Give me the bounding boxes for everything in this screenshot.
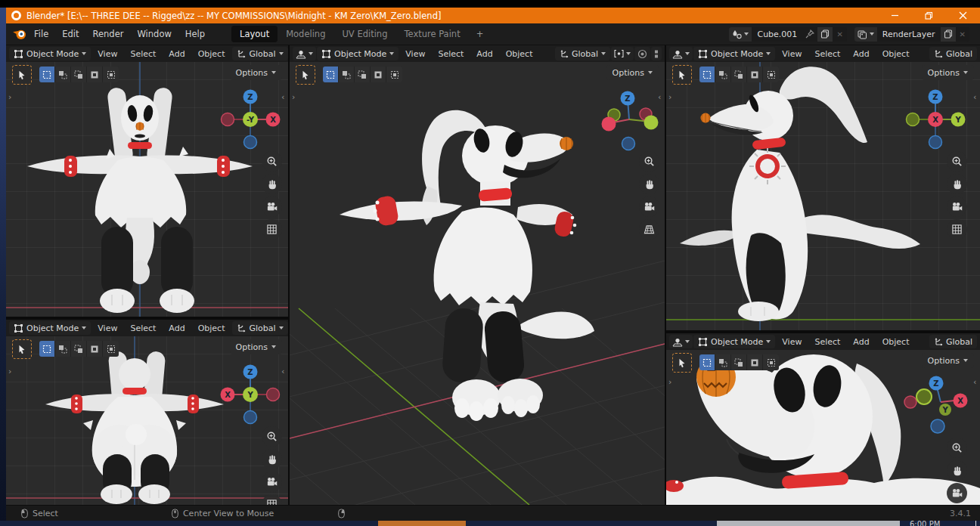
menu-object[interactable]: Object [876, 49, 916, 59]
minimize-button[interactable] [878, 8, 912, 23]
scene-name-field[interactable]: Cube.001 [752, 29, 802, 39]
viewport-side[interactable]: Object Mode View Select Add Object Globa… [666, 45, 980, 330]
pin-icon[interactable] [802, 29, 817, 39]
menu-edit[interactable]: Edit [55, 29, 85, 39]
tweak-tool-button[interactable] [12, 65, 32, 85]
pan-button[interactable] [947, 174, 967, 194]
select-mode-extend[interactable] [339, 67, 355, 82]
menu-select[interactable]: Select [432, 49, 470, 59]
options-button[interactable]: Options [230, 339, 282, 354]
select-mode-subtract[interactable] [71, 341, 87, 357]
menu-select[interactable]: Select [124, 49, 162, 59]
toggle-ortho-button[interactable] [262, 219, 282, 240]
tab-uv-editing[interactable]: UV Editing [333, 26, 395, 42]
axis-y-ball[interactable]: Y [941, 406, 948, 414]
toolbar-expand-chevron[interactable]: › [292, 94, 295, 101]
select-mode-extend[interactable] [715, 67, 731, 82]
taskbar-active-app[interactable] [378, 521, 466, 526]
select-mode-invert[interactable] [747, 67, 763, 82]
select-mode-new[interactable] [39, 341, 55, 357]
view-layer-remove-button[interactable]: ✕ [956, 30, 969, 39]
select-mode-subtract[interactable] [731, 354, 747, 370]
view-layer-dropdown[interactable] [854, 27, 877, 42]
orientation-dropdown[interactable]: Global [929, 335, 977, 348]
sidebar-expand-chevron[interactable]: ‹ [973, 379, 976, 386]
tweak-tool-button[interactable] [672, 353, 692, 373]
view-layer-copy-button[interactable] [941, 27, 956, 42]
menu-view[interactable]: View [399, 49, 431, 59]
view-layer-name-field[interactable]: RenderLayer [877, 29, 941, 39]
options-button[interactable]: Options [922, 65, 974, 80]
pan-button[interactable] [639, 174, 659, 194]
toggle-ortho-button[interactable] [947, 219, 967, 240]
orientation-dropdown[interactable]: Global [555, 47, 610, 60]
pivot-point-dropdown[interactable] [611, 47, 634, 60]
menu-object[interactable]: Object [876, 337, 916, 347]
maximize-button[interactable] [912, 8, 946, 23]
select-mode-new[interactable] [323, 67, 339, 82]
toggle-perspective-button[interactable] [639, 219, 659, 240]
mode-dropdown[interactable]: Object Mode [9, 47, 91, 60]
menu-select[interactable]: Select [808, 49, 846, 59]
navigation-gizmo[interactable]: Z X -Y [216, 85, 284, 153]
menu-add[interactable]: Add [470, 49, 498, 59]
menu-object[interactable]: Object [500, 49, 539, 59]
select-mode-intersect[interactable] [763, 354, 779, 370]
camera-view-button[interactable] [262, 196, 282, 217]
options-button[interactable]: Options [922, 353, 974, 368]
axis-z-ball[interactable]: Z [625, 94, 630, 103]
select-mode-invert[interactable] [371, 67, 386, 82]
tweak-tool-button[interactable] [672, 65, 692, 85]
menu-view[interactable]: View [91, 49, 123, 59]
select-mode-new[interactable] [699, 67, 715, 82]
menu-object[interactable]: Object [192, 49, 231, 59]
blender-logo-icon[interactable] [12, 28, 27, 40]
select-mode-new[interactable] [39, 67, 55, 82]
zoom-button[interactable] [262, 426, 282, 447]
editor-type-dropdown[interactable] [669, 47, 693, 60]
select-mode-intersect[interactable] [103, 67, 119, 82]
toolbar-expand-chevron[interactable]: › [668, 94, 671, 101]
menu-view[interactable]: View [91, 323, 123, 333]
axis-x-ball[interactable]: X [932, 116, 938, 124]
menu-add[interactable]: Add [847, 49, 875, 59]
pan-button[interactable] [947, 460, 967, 481]
add-workspace-button[interactable]: + [469, 29, 492, 39]
menu-help[interactable]: Help [178, 29, 212, 39]
orientation-dropdown[interactable]: Global [929, 47, 977, 60]
zoom-button[interactable] [639, 151, 659, 172]
navigation-gizmo[interactable]: Z [594, 87, 662, 155]
zoom-button[interactable] [947, 151, 967, 172]
close-button[interactable] [946, 8, 980, 23]
menu-select[interactable]: Select [124, 323, 162, 333]
menu-render[interactable]: Render [86, 29, 131, 39]
tweak-tool-button[interactable] [12, 339, 32, 359]
tab-texture-paint[interactable]: Texture Paint [395, 26, 468, 42]
axis-x-ball[interactable]: X [957, 397, 963, 405]
select-mode-subtract[interactable] [71, 67, 87, 82]
select-mode-extend[interactable] [55, 67, 71, 82]
taskbar-open-window[interactable] [717, 521, 900, 526]
editor-type-dropdown[interactable] [669, 335, 693, 348]
mode-dropdown[interactable]: Object Mode [693, 335, 775, 348]
menu-view[interactable]: View [776, 337, 808, 347]
mode-dropdown[interactable]: Object Mode [693, 47, 775, 60]
options-button[interactable]: Options [230, 65, 282, 80]
windows-taskbar[interactable]: 6:00 PM [0, 521, 980, 526]
menu-add[interactable]: Add [163, 323, 191, 333]
viewport-front[interactable]: Object Mode View Select Add Object Globa… [6, 45, 288, 317]
select-mode-subtract[interactable] [355, 67, 371, 82]
toolbar-expand-chevron[interactable]: › [668, 379, 671, 386]
menu-object[interactable]: Object [192, 323, 231, 333]
camera-view-button[interactable] [947, 196, 967, 217]
menu-add[interactable]: Add [163, 49, 191, 59]
tab-modeling[interactable]: Modeling [278, 26, 333, 42]
select-mode-intersect[interactable] [103, 341, 119, 357]
select-mode-invert[interactable] [87, 67, 103, 82]
header-overflow-button[interactable] [651, 47, 662, 60]
toolbar-expand-chevron[interactable]: › [8, 368, 11, 376]
mode-dropdown[interactable]: Object Mode [317, 47, 399, 60]
navigation-gizmo[interactable]: Z X Y [901, 372, 969, 440]
toolbar-expand-chevron[interactable]: › [8, 94, 11, 101]
axis-x-ball[interactable]: X [225, 391, 231, 399]
